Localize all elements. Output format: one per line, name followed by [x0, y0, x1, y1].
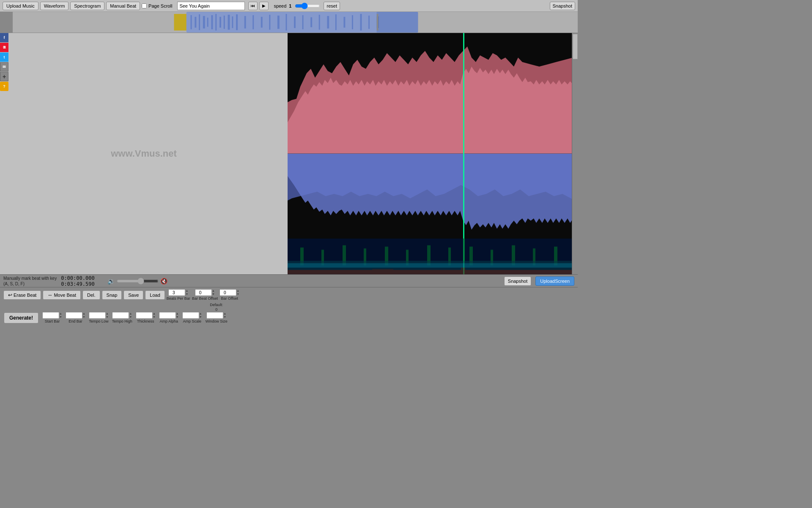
tempo-high-input[interactable]: [112, 312, 129, 319]
song-title-input[interactable]: [177, 2, 245, 10]
tempo-low-spinner[interactable]: ▲ ▼: [89, 312, 109, 319]
speed-label: speed: [274, 3, 286, 8]
thickness-up[interactable]: ▲: [153, 312, 156, 315]
watermark: www.Vmus.net: [111, 148, 177, 159]
help-button[interactable]: ?: [0, 82, 8, 91]
status-bar: Manually mark beat with key (A, S, D, F)…: [0, 274, 578, 287]
bar-offset-input[interactable]: [219, 289, 236, 296]
rewind-button[interactable]: ⏮: [248, 2, 258, 10]
scrollbar-thumb[interactable]: [573, 34, 578, 59]
erase-beat-button[interactable]: ↩ Erase Beat: [3, 290, 41, 300]
tempo-low-input[interactable]: [89, 312, 106, 319]
tempo-low-label: Tempo Low: [89, 319, 108, 324]
bar-beat-offset-down[interactable]: ▼: [212, 293, 215, 296]
manual-beat-button[interactable]: Manual Beat: [106, 2, 140, 10]
amp-scale-input[interactable]: [182, 312, 199, 319]
end-bar-down[interactable]: ▼: [82, 315, 85, 319]
beats-per-bar-down[interactable]: ▼: [185, 293, 188, 296]
email-button[interactable]: ✉: [0, 62, 8, 72]
start-bar-up[interactable]: ▲: [59, 312, 62, 315]
upload-screen-button[interactable]: UploadScreen: [535, 276, 574, 286]
amp-alpha-spinner[interactable]: ▲ ▼: [159, 312, 179, 319]
window-size-label: Window Size: [206, 319, 228, 324]
weibo-button[interactable]: 微: [0, 43, 8, 52]
upload-music-button[interactable]: Upload Music: [3, 2, 38, 10]
save-button[interactable]: Save: [123, 290, 143, 300]
start-bar-input[interactable]: [42, 312, 59, 319]
window-size-input[interactable]: [206, 312, 223, 319]
volume-control: 🔉 🔇: [107, 278, 167, 284]
volume-slider[interactable]: [116, 278, 159, 284]
amp-alpha-down[interactable]: ▼: [176, 315, 179, 319]
right-scrollbar[interactable]: [572, 33, 578, 274]
thickness-group: ▲ ▼ Thickness: [136, 312, 156, 324]
params-row: Generate! ▲ ▼ Start Bar ▲ ▼ End Bar: [3, 303, 574, 324]
end-bar-up[interactable]: ▲: [82, 312, 85, 315]
bar-beat-offset-up[interactable]: ▲: [212, 289, 215, 293]
bar-beat-offset-input[interactable]: [195, 289, 212, 296]
page-scroll-checkbox[interactable]: [142, 3, 147, 8]
window-size-up[interactable]: ▲: [223, 312, 226, 315]
current-time: 0:00:00.000: [61, 275, 94, 281]
thickness-input[interactable]: [136, 312, 153, 319]
svg-rect-61: [288, 270, 578, 274]
beats-per-bar-up[interactable]: ▲: [185, 289, 188, 293]
bar-offset-label: Bar Offset: [221, 296, 238, 301]
reset-button[interactable]: reset: [324, 2, 340, 10]
snapshot-button-top[interactable]: Snapshot: [550, 2, 575, 10]
load-button[interactable]: Load: [145, 290, 165, 300]
tempo-low-group: ▲ ▼ Tempo Low: [89, 312, 109, 324]
start-bar-spinner[interactable]: ▲ ▼: [42, 312, 62, 319]
beats-per-bar-input[interactable]: [168, 289, 185, 296]
svg-rect-62: [372, 269, 393, 274]
window-size-down[interactable]: ▼: [223, 315, 226, 319]
move-beat-button[interactable]: ↔ Move Beat: [43, 290, 81, 300]
bar-beat-offset-group: ▲ ▼ Bar Beat Offset: [192, 289, 218, 301]
snapshot-button[interactable]: Snapshot: [504, 276, 531, 286]
del-button[interactable]: Del.: [82, 290, 100, 300]
erase-icon: ↩: [8, 292, 12, 298]
bar-offset-down[interactable]: ▼: [236, 293, 239, 296]
end-bar-group: ▲ ▼ End Bar: [66, 312, 85, 324]
snap-button[interactable]: Snap: [102, 290, 122, 300]
svg-rect-42: [464, 33, 464, 274]
bar-offset-spinner[interactable]: ▲ ▼: [219, 289, 239, 296]
tempo-high-spinner[interactable]: ▲ ▼: [112, 312, 132, 319]
thickness-down[interactable]: ▼: [153, 315, 156, 319]
thickness-spinner[interactable]: ▲ ▼: [136, 312, 156, 319]
amp-scale-down[interactable]: ▼: [199, 315, 202, 319]
tempo-low-down[interactable]: ▼: [106, 315, 109, 319]
tempo-high-down[interactable]: ▼: [129, 315, 132, 319]
speed-slider[interactable]: [295, 3, 320, 9]
plus-button[interactable]: +: [0, 72, 8, 81]
start-bar-down[interactable]: ▼: [59, 315, 62, 319]
end-bar-spinner[interactable]: ▲ ▼: [66, 312, 85, 319]
page-scroll-label: Page Scroll: [148, 3, 172, 8]
top-toolbar: Upload Music Waveform Spectrogram Manual…: [0, 0, 578, 12]
spectrogram-button[interactable]: Spectrogram: [70, 2, 104, 10]
bar-beat-offset-label: Bar Beat Offset: [192, 296, 218, 301]
amp-alpha-up[interactable]: ▲: [176, 312, 179, 315]
right-waveform-panel[interactable]: [288, 33, 578, 274]
amp-scale-spinner[interactable]: ▲ ▼: [182, 312, 202, 319]
start-bar-group: ▲ ▼ Start Bar: [42, 312, 62, 324]
twitter-button[interactable]: t: [0, 52, 8, 62]
svg-rect-60: [288, 263, 578, 268]
bar-beat-offset-spinner[interactable]: ▲ ▼: [195, 289, 215, 296]
generate-button[interactable]: Generate!: [3, 312, 39, 324]
window-size-spinner[interactable]: ▲ ▼: [206, 312, 226, 319]
bar-offset-up[interactable]: ▲: [236, 289, 239, 293]
svg-rect-32: [187, 12, 377, 33]
volume-icon: 🔉: [107, 278, 115, 284]
play-button[interactable]: ▶: [259, 2, 269, 10]
tempo-high-up[interactable]: ▲: [129, 312, 132, 315]
amp-scale-up[interactable]: ▲: [199, 312, 202, 315]
end-bar-input[interactable]: [66, 312, 82, 319]
tempo-low-up[interactable]: ▲: [106, 312, 109, 315]
amp-alpha-input[interactable]: [159, 312, 176, 319]
waveform-visualization: [288, 33, 578, 274]
start-bar-label: Start Bar: [45, 319, 60, 324]
waveform-button[interactable]: Waveform: [40, 2, 69, 10]
facebook-button[interactable]: f: [0, 33, 8, 42]
beats-per-bar-spinner[interactable]: ▲ ▼: [168, 289, 188, 296]
